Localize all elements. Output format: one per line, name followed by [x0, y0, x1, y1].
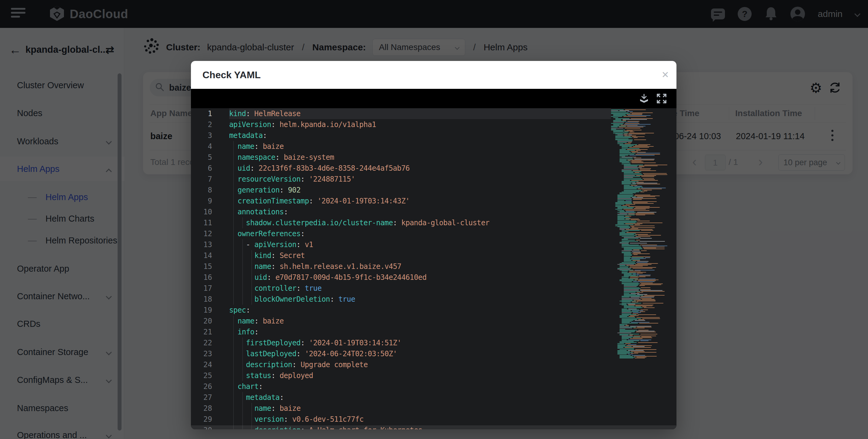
code-line-5: 5namespace: baize-system: [191, 152, 677, 163]
code-text: blockOwnerDeletion: true: [254, 294, 355, 305]
code-text: uid: 22c13f6f-83b3-4d6e-8358-244e4af5ab7…: [238, 163, 410, 174]
code-text: uid: e70d7817-009d-4b15-9f1c-b34e244610e…: [254, 272, 427, 283]
code-text: metadata:: [229, 130, 267, 141]
line-number: 9: [191, 196, 212, 206]
code-line-19: 19spec:: [191, 305, 677, 316]
line-number: 27: [191, 392, 212, 403]
code-text: version: v0.6-dev-511c77fc: [254, 414, 363, 425]
horizontal-scrollbar[interactable]: [191, 426, 677, 429]
code-line-13: 13- apiVersion: v1: [191, 239, 677, 250]
code-text: creationTimestamp: '2024-01-19T03:14:43Z…: [238, 196, 410, 206]
code-text: name: baize: [238, 141, 284, 152]
code-line-6: 6uid: 22c13f6f-83b3-4d6e-8358-244e4af5ab…: [191, 163, 677, 174]
code-line-27: 27metadata:: [191, 392, 677, 403]
code-line-1: 1kind: HelmRelease: [191, 108, 677, 119]
code-text: resourceVersion: '224887115': [238, 174, 355, 185]
line-number: 28: [191, 403, 212, 414]
line-number: 2: [191, 119, 212, 130]
code-text: name: sh.helm.release.v1.baize.v457: [254, 261, 401, 272]
line-number: 16: [191, 272, 212, 283]
code-line-25: 25status: deployed: [191, 370, 677, 381]
line-number: 11: [191, 217, 212, 228]
code-line-8: 8generation: 902: [191, 185, 677, 196]
code-text: controller: true: [254, 283, 321, 294]
code-line-24: 24description: Upgrade complete: [191, 359, 677, 370]
code-line-4: 4name: baize: [191, 141, 677, 152]
code-text: name: baize: [238, 316, 284, 326]
modal-title: Check YAML: [203, 61, 261, 89]
line-number: 17: [191, 283, 212, 294]
code-line-18: 18blockOwnerDeletion: true: [191, 294, 677, 305]
line-number: 12: [191, 228, 212, 239]
code-line-10: 10annotations:: [191, 206, 677, 217]
code-line-16: 16uid: e70d7817-009d-4b15-9f1c-b34e24461…: [191, 272, 677, 283]
code-text: shadow.clusterpedia.io/cluster-name: kpa…: [246, 217, 490, 228]
code-line-29: 29version: v0.6-dev-511c77fc: [191, 414, 677, 425]
line-number: 4: [191, 141, 212, 152]
line-number: 1: [191, 108, 212, 119]
code-text: kind: HelmRelease: [229, 108, 300, 119]
code-line-22: 22firstDeployed: '2024-01-19T03:14:51Z': [191, 338, 677, 348]
code-line-9: 9creationTimestamp: '2024-01-19T03:14:43…: [191, 196, 677, 206]
code-line-15: 15name: sh.helm.release.v1.baize.v457: [191, 261, 677, 272]
code-text: name: baize: [254, 403, 300, 414]
code-text: namespace: baize-system: [238, 152, 334, 163]
code-text: generation: 902: [238, 185, 301, 196]
code-line-17: 17controller: true: [191, 283, 677, 294]
code-text: annotations:: [238, 206, 288, 217]
minimap[interactable]: [611, 110, 668, 364]
code-line-23: 23lastDeployed: '2024-06-24T02:03:50Z': [191, 348, 677, 359]
line-number: 19: [191, 305, 212, 316]
code-text: kind: Secret: [254, 250, 305, 261]
screen: DaoCloud ? admin ← kpanda-global-cl... ⇄…: [0, 0, 868, 439]
line-number: 22: [191, 338, 212, 348]
code-line-11: 11shadow.clusterpedia.io/cluster-name: k…: [191, 217, 677, 228]
code-line-28: 28name: baize: [191, 403, 677, 414]
yaml-code-editor[interactable]: 1kind: HelmRelease2apiVersion: helm.kpan…: [191, 108, 677, 429]
code-line-14: 14kind: Secret: [191, 250, 677, 261]
line-number: 26: [191, 381, 212, 392]
check-yaml-modal: Check YAML ✕ 1kind: HelmRelease: [191, 61, 677, 429]
code-line-2: 2apiVersion: helm.kpanda.io/v1alpha1: [191, 119, 677, 130]
fullscreen-expand-icon[interactable]: [656, 93, 667, 104]
code-text: ownerReferences:: [238, 228, 305, 239]
line-number: 20: [191, 316, 212, 326]
code-text: status: deployed: [246, 370, 313, 381]
line-number: 8: [191, 185, 212, 196]
line-number: 3: [191, 130, 212, 141]
editor-toolbar: [191, 89, 677, 108]
line-number: 29: [191, 414, 212, 425]
code-line-7: 7resourceVersion: '224887115': [191, 174, 677, 185]
line-number: 25: [191, 370, 212, 381]
line-number: 14: [191, 250, 212, 261]
code-text: apiVersion: helm.kpanda.io/v1alpha1: [229, 119, 376, 130]
line-number: 10: [191, 206, 212, 217]
code-text: firstDeployed: '2024-01-19T03:14:51Z': [246, 338, 401, 348]
line-number: 15: [191, 261, 212, 272]
code-text: chart:: [238, 381, 263, 392]
line-number: 24: [191, 359, 212, 370]
download-yaml-icon[interactable]: [639, 93, 650, 104]
line-number: 7: [191, 174, 212, 185]
code-text: metadata:: [246, 392, 284, 403]
code-text: info:: [238, 326, 258, 338]
code-text: lastDeployed: '2024-06-24T02:03:50Z': [246, 348, 397, 359]
code-line-12: 12ownerReferences:: [191, 228, 677, 239]
code-line-3: 3metadata:: [191, 130, 677, 141]
code-text: spec:: [229, 305, 250, 316]
code-text: description: Upgrade complete: [246, 359, 368, 370]
line-number: 23: [191, 348, 212, 359]
line-number: 6: [191, 163, 212, 174]
code-line-20: 20name: baize: [191, 316, 677, 326]
modal-header: Check YAML ✕: [191, 61, 677, 89]
code-text: - apiVersion: v1: [246, 239, 313, 250]
line-number: 21: [191, 326, 212, 338]
line-number: 5: [191, 152, 212, 163]
line-number: 18: [191, 294, 212, 305]
close-icon[interactable]: ✕: [658, 61, 673, 89]
code-line-26: 26chart:: [191, 381, 677, 392]
line-number: 13: [191, 239, 212, 250]
code-line-21: 21info:: [191, 326, 677, 338]
